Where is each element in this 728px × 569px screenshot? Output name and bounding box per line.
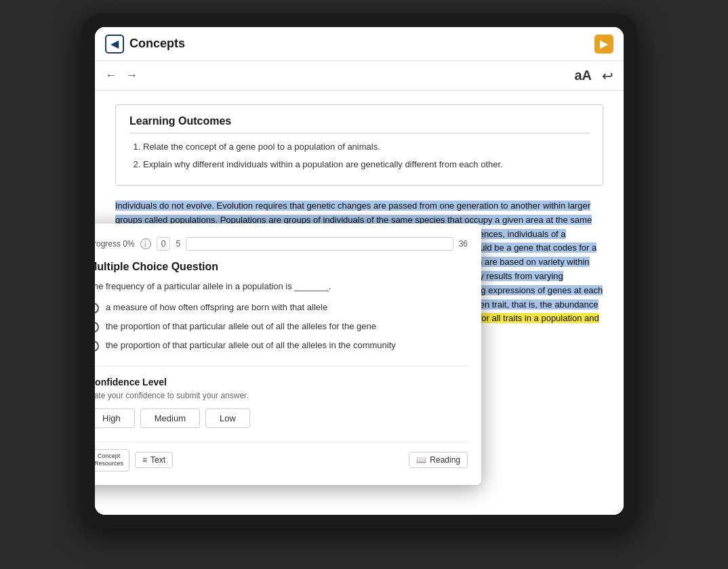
radio-2[interactable] — [95, 322, 99, 333]
answer-option-3[interactable]: the proportion of that particular allele… — [95, 339, 468, 352]
answer-option-2[interactable]: the proportion of that particular allele… — [95, 320, 468, 333]
progress-current-box: 0 — [157, 237, 171, 251]
progress-separator: 5 — [176, 239, 180, 249]
answer-options: a measure of how often offspring are bor… — [95, 301, 468, 352]
learning-outcomes-list: Relate the concept of a gene pool to a p… — [129, 140, 589, 171]
radio-1[interactable] — [95, 303, 99, 314]
learning-outcome-1: Relate the concept of a gene pool to a p… — [143, 140, 589, 154]
confidence-medium-button[interactable]: Medium — [140, 408, 200, 428]
progress-row: Progress 0% i 0 5 36 — [95, 237, 468, 251]
back-button[interactable]: ◀ — [105, 35, 124, 54]
text-button[interactable]: ≡ Text — [135, 452, 173, 468]
text-icon: ≡ — [142, 455, 147, 465]
forward-button[interactable]: ▶ — [594, 35, 613, 54]
back-chevron-icon: ◀ — [110, 37, 119, 50]
quiz-bottom-toolbar: ConceptResources ≡ Text 📖 Reading — [95, 442, 468, 471]
forward-chevron-icon: ▶ — [600, 37, 608, 50]
option-text-3: the proportion of that particular allele… — [106, 339, 396, 352]
undo-icon[interactable]: ↩ — [602, 68, 613, 84]
learning-outcomes-box: Learning Outcomes Relate the concept of … — [115, 104, 603, 186]
tablet-device: ◀ Concepts ▶ ← → aA ↩ Learning Outcomes — [81, 14, 637, 528]
reading-label: Reading — [430, 455, 460, 465]
option-text-1: a measure of how often offspring are bor… — [106, 301, 327, 314]
text-label: Text — [150, 455, 165, 465]
learning-outcomes-heading: Learning Outcomes — [129, 115, 589, 133]
prev-page-button[interactable]: ← — [105, 68, 117, 83]
confidence-subtitle: Rate your confidence to submit your answ… — [95, 391, 468, 400]
font-size-icon[interactable]: aA — [574, 68, 592, 83]
progress-total: 36 — [459, 239, 468, 249]
confidence-section: Confidence Level Rate your confidence to… — [95, 366, 468, 428]
confidence-low-button[interactable]: Low — [205, 408, 250, 428]
reading-button[interactable]: 📖 Reading — [409, 452, 468, 468]
tablet-screen: ◀ Concepts ▶ ← → aA ↩ Learning Outcomes — [95, 27, 624, 515]
question-title: Multiple Choice Question — [95, 261, 468, 273]
reading-icon: 📖 — [416, 455, 426, 465]
confidence-title: Confidence Level — [95, 377, 468, 387]
learning-outcome-2: Explain why different individuals within… — [143, 158, 589, 171]
confidence-high-button[interactable]: High — [95, 408, 135, 428]
quiz-panel: Progress 0% i 0 5 36 Multiple Choice Que… — [95, 224, 481, 485]
progress-bar-container — [186, 237, 453, 251]
next-page-button[interactable]: → — [125, 68, 138, 83]
concept-resources-label: ConceptResources — [95, 452, 123, 468]
radio-3[interactable] — [95, 341, 99, 352]
answer-option-1[interactable]: a measure of how often offspring are bor… — [95, 301, 468, 314]
secondary-nav: ← → aA ↩ — [95, 61, 624, 91]
progress-label: Progress 0% — [95, 239, 135, 249]
concept-resources-button[interactable]: ConceptResources — [95, 449, 129, 471]
option-text-2: the proportion of that particular allele… — [106, 320, 376, 333]
question-text: The frequency of a particular allele in … — [95, 281, 468, 291]
progress-info-icon[interactable]: i — [140, 238, 151, 249]
top-nav: ◀ Concepts ▶ — [95, 27, 624, 61]
page-title: Concepts — [129, 37, 594, 51]
confidence-buttons: High Medium Low — [95, 408, 468, 428]
